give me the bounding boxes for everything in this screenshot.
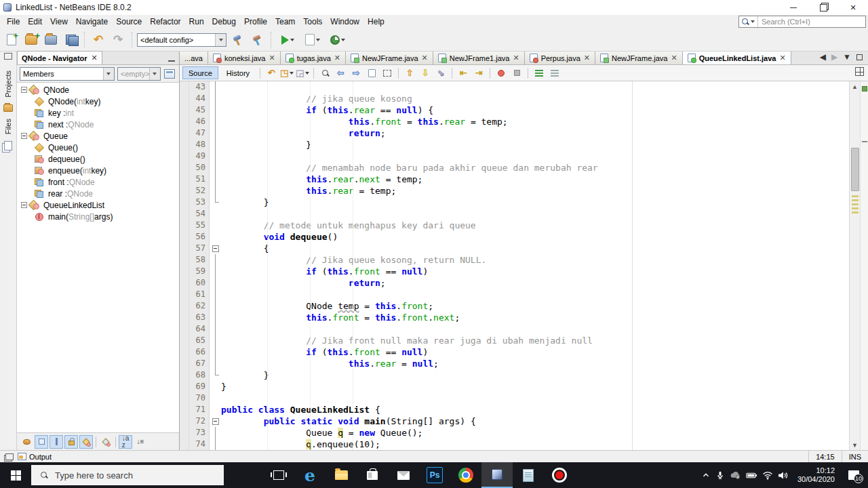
find-next-button[interactable]: ⇨: [349, 66, 363, 80]
comment-button[interactable]: [532, 66, 546, 80]
hide-inner-classes-button[interactable]: [99, 435, 113, 449]
next-bookmark-button[interactable]: ⇩: [418, 66, 432, 80]
screen-recorder-button[interactable]: [544, 462, 575, 488]
onedrive-icon[interactable]: [730, 470, 741, 480]
navigator-tree-item[interactable]: key : int: [17, 107, 179, 119]
document-tab[interactable]: QueueLinkedList.java✕: [683, 52, 791, 64]
start-button[interactable]: [0, 462, 31, 488]
sort-alphabetically-button[interactable]: ↓az: [119, 435, 132, 449]
toggle-highlight-button[interactable]: [365, 66, 378, 80]
document-tab[interactable]: NewJFrame.java✕: [595, 52, 683, 64]
output-tab[interactable]: Output: [18, 453, 52, 461]
navigator-tree-item[interactable]: Queue: [17, 130, 179, 142]
navigator-tree-item[interactable]: rear : QNode: [17, 188, 179, 199]
navigator-tree-item[interactable]: enqueue(int key): [17, 165, 179, 176]
show-non-public-button[interactable]: [64, 435, 78, 449]
wifi-icon[interactable]: [762, 471, 773, 480]
debug-dropdown-icon[interactable]: [316, 39, 320, 41]
start-macro-button[interactable]: [494, 66, 508, 80]
run-dropdown-icon[interactable]: [290, 39, 294, 41]
dock-window-icon[interactable]: [4, 53, 12, 60]
profile-dropdown-icon[interactable]: [341, 39, 345, 41]
menu-refactor[interactable]: Refactor: [146, 16, 184, 28]
menu-window[interactable]: Window: [326, 16, 363, 28]
forward-button[interactable]: ◲: [296, 66, 309, 80]
tab-close-icon[interactable]: ✕: [422, 54, 428, 62]
tab-close-icon[interactable]: ✕: [513, 54, 519, 62]
navigator-tab[interactable]: QNode - Navigator ✕: [17, 51, 102, 64]
history-view-button[interactable]: History: [220, 66, 256, 79]
scrollbar-thumb[interactable]: [851, 148, 859, 191]
show-beans-button[interactable]: [20, 435, 33, 449]
rectangular-selection-button[interactable]: [380, 66, 394, 80]
taskbar-search-box[interactable]: Type here to search: [31, 465, 224, 485]
tab-close-icon[interactable]: ✕: [584, 54, 590, 62]
previous-bookmark-button[interactable]: ⇧: [403, 66, 416, 80]
microphone-icon[interactable]: [715, 470, 725, 480]
tree-collapse-icon[interactable]: [21, 133, 27, 139]
tab-close-icon[interactable]: ✕: [334, 54, 340, 62]
uncomment-button[interactable]: [548, 66, 561, 80]
store-button[interactable]: [357, 462, 388, 488]
navigator-view-select[interactable]: Members: [20, 67, 115, 81]
tab-close-icon[interactable]: ✕: [671, 54, 677, 62]
maximize-editor-icon[interactable]: [856, 54, 863, 60]
ide-search-box[interactable]: Search (Ctrl+I): [738, 16, 866, 28]
tab-close-icon[interactable]: ✕: [269, 54, 275, 62]
taskbar-clock[interactable]: 10:12 30/04/2020: [793, 466, 839, 484]
run-project-button[interactable]: [276, 31, 299, 49]
task-view-button[interactable]: [263, 462, 294, 488]
document-tab[interactable]: Perpus.java✕: [525, 52, 595, 64]
navigator-filter-select[interactable]: <empty>: [117, 67, 161, 81]
netbeans-taskbar-button[interactable]: [481, 462, 513, 488]
mail-button[interactable]: [388, 462, 419, 488]
profile-project-button[interactable]: [326, 31, 349, 49]
find-button[interactable]: [318, 66, 332, 80]
toggle-bookmark-button[interactable]: ⇘: [434, 66, 448, 80]
menu-help[interactable]: Help: [363, 16, 389, 28]
save-all-button[interactable]: [62, 31, 79, 49]
menu-tools[interactable]: Tools: [299, 16, 326, 28]
projects-dock-tab[interactable]: Projects: [4, 70, 12, 98]
tray-chevron-icon[interactable]: [701, 470, 711, 480]
scroll-down-icon[interactable]: ▼: [850, 440, 860, 450]
restore-button[interactable]: [808, 0, 838, 15]
menu-edit[interactable]: Edit: [24, 16, 46, 28]
navigator-close-icon[interactable]: ✕: [92, 54, 98, 62]
show-fields-button[interactable]: [35, 435, 48, 449]
navigator-tree-item[interactable]: next : QNode: [17, 119, 179, 130]
new-project-button[interactable]: [22, 31, 40, 49]
edge-button[interactable]: e: [294, 462, 326, 488]
shift-left-button[interactable]: ⇤: [456, 66, 470, 80]
debug-project-button[interactable]: [301, 31, 324, 49]
file-explorer-button[interactable]: [326, 462, 357, 488]
tree-collapse-icon[interactable]: [21, 202, 27, 208]
navigator-tree-item[interactable]: QNode(int key): [17, 96, 179, 107]
sort-by-source-button[interactable]: ↓≡: [134, 435, 147, 449]
stop-macro-button[interactable]: [510, 66, 524, 80]
tree-collapse-icon[interactable]: [21, 87, 27, 93]
menu-team[interactable]: Team: [271, 16, 299, 28]
navigator-tree-item[interactable]: main(String[] args): [17, 211, 179, 222]
navigator-tree-item[interactable]: QueueLinkedList: [17, 199, 179, 211]
find-previous-button[interactable]: ⇦: [334, 66, 347, 80]
menu-source[interactable]: Source: [112, 16, 146, 28]
search-scope-dropdown-icon[interactable]: [751, 20, 755, 23]
document-tab[interactable]: tugas.java✕: [281, 52, 346, 64]
action-center-button[interactable]: 10: [844, 462, 864, 488]
fold-toggle-icon[interactable]: [210, 415, 221, 427]
notepad-button[interactable]: [513, 462, 544, 488]
menu-profile[interactable]: Profile: [240, 16, 271, 28]
files-dock-tab[interactable]: Files: [4, 119, 12, 134]
close-button[interactable]: [838, 0, 868, 15]
navigator-tree-item[interactable]: QNode: [17, 84, 179, 96]
redo-button[interactable]: ↷: [109, 31, 127, 49]
document-tab[interactable]: NewJFrame.java✕: [346, 52, 433, 64]
menu-run[interactable]: Run: [185, 16, 208, 28]
open-project-button[interactable]: [42, 31, 60, 49]
code-fold-margin[interactable]: [210, 81, 221, 450]
speaker-icon[interactable]: [778, 471, 789, 480]
code-text[interactable]: // jika queue kosong if (this.rear == nu…: [221, 81, 849, 450]
photoshop-button[interactable]: Ps: [419, 462, 450, 488]
document-tab[interactable]: koneksi.java✕: [208, 52, 281, 64]
